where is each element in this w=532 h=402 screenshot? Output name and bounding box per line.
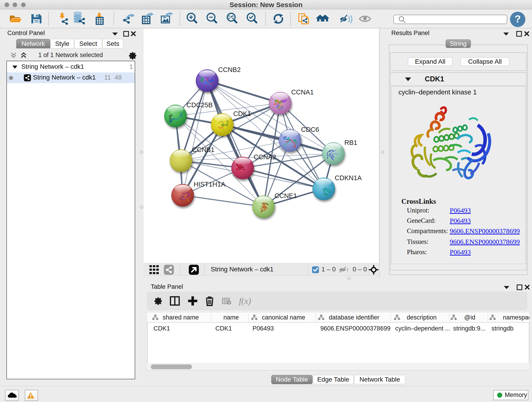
svg-text:CDK1: CDK1	[233, 110, 251, 117]
svg-text:CCNE1: CCNE1	[274, 192, 297, 199]
svg-text:CDC6: CDC6	[301, 126, 319, 133]
svg-text:HIST1H1A: HIST1H1A	[194, 181, 225, 188]
svg-text:CDKN1A: CDKN1A	[335, 174, 362, 182]
svg-text:CCNB1: CCNB1	[192, 146, 215, 153]
svg-text:RB1: RB1	[344, 139, 357, 146]
svg-text:CCNA2: CCNA2	[254, 153, 276, 161]
svg-text:f(x): f(x)	[239, 296, 251, 306]
svg-text:CCNB2: CCNB2	[218, 66, 241, 73]
svg-text:CDC25B: CDC25B	[186, 101, 213, 109]
svg-text:CCNA1: CCNA1	[291, 89, 314, 96]
